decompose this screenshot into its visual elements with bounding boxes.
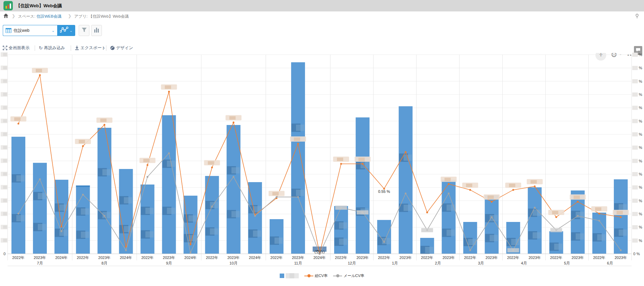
line-total-cv-point[interactable] — [426, 212, 428, 213]
toolbar: 住設web ⌄ ⌄ + ⚙ ⌄ ••• — [0, 21, 644, 41]
bar-series[interactable] — [11, 62, 628, 254]
line-mail-cv-point[interactable] — [491, 216, 493, 218]
bar[interactable] — [140, 185, 154, 254]
legend-item-mail-cv[interactable]: メールCV率 — [333, 273, 364, 278]
chart-view-button[interactable]: ⌄ — [57, 25, 75, 36]
line-total-cv-point[interactable] — [340, 163, 342, 165]
legend-item-total-cv[interactable]: 総CV率 — [304, 273, 328, 278]
line-mail-cv-point[interactable] — [598, 220, 600, 222]
line-mail-cv-point[interactable] — [577, 215, 578, 217]
line-mail-cv-point[interactable] — [211, 206, 213, 207]
line-total-cv-point[interactable] — [469, 189, 471, 191]
redacted-bar-label — [124, 197, 132, 203]
line-mail-cv-point[interactable] — [254, 215, 256, 217]
design-button[interactable]: デザイン — [110, 45, 133, 51]
legend-item-bar-series[interactable] — [280, 273, 299, 278]
line-total-cv-point[interactable] — [39, 74, 41, 76]
line-total-cv-point[interactable] — [104, 124, 105, 126]
redacted-left-tick — [3, 199, 7, 202]
bar[interactable] — [119, 169, 133, 254]
bar[interactable] — [11, 137, 25, 254]
view-selector-dropdown[interactable]: 住設web ⌄ — [3, 25, 57, 36]
svg-text:%: % — [639, 66, 642, 70]
x-year-label: 2022年 — [421, 256, 433, 260]
line-mail-cv-point[interactable] — [104, 215, 105, 217]
line-mail-cv-point[interactable] — [125, 249, 127, 251]
bar[interactable] — [291, 62, 305, 254]
graph-line-icon — [60, 27, 68, 34]
bar[interactable] — [399, 106, 412, 254]
export-icon — [75, 46, 79, 50]
aggregate-button[interactable] — [91, 25, 102, 36]
filter-button[interactable] — [79, 25, 89, 36]
bar[interactable] — [205, 176, 219, 254]
line-mail-cv-point[interactable] — [448, 193, 450, 194]
line-mail-cv-point[interactable] — [82, 194, 84, 196]
line-mail-cv-point[interactable] — [39, 178, 41, 180]
bar[interactable] — [76, 186, 90, 254]
line-total-cv-point[interactable] — [577, 201, 578, 203]
bar[interactable] — [571, 190, 585, 254]
bar[interactable] — [334, 206, 348, 254]
bar[interactable] — [33, 163, 47, 254]
line-mail-cv-point[interactable] — [276, 196, 277, 198]
line-total-cv-point[interactable] — [512, 189, 514, 191]
breadcrumb-space-link[interactable]: 住設WEB会議 — [36, 14, 61, 18]
line-total-cv-point[interactable] — [534, 186, 536, 187]
redacted-right-tick — [632, 239, 638, 243]
svg-text:%: % — [639, 212, 642, 216]
redacted-bar-label — [102, 169, 111, 175]
svg-text:%: % — [639, 53, 642, 57]
line-mail-cv-point[interactable] — [233, 176, 234, 178]
line-mail-cv-point[interactable] — [168, 152, 170, 154]
line-mail-cv-point[interactable] — [147, 176, 148, 178]
export-button[interactable]: エクスポート — [75, 45, 106, 51]
breadcrumb-separator: ❯ — [68, 14, 71, 18]
line-mail-cv-point[interactable] — [534, 207, 536, 208]
home-icon[interactable] — [3, 14, 8, 19]
line-total-cv-point[interactable] — [211, 167, 213, 168]
line-mail-cv-point[interactable] — [17, 213, 19, 214]
line-mail-cv-point[interactable] — [297, 196, 299, 198]
line-total-cv-point[interactable] — [448, 183, 450, 185]
line-total-cv-point[interactable] — [405, 151, 407, 153]
line-total-cv-point[interactable] — [598, 213, 600, 214]
line-total-cv-point[interactable] — [491, 201, 493, 203]
bar[interactable] — [442, 180, 455, 254]
line-mail-cv-point[interactable] — [61, 231, 62, 232]
redacted-left-tick — [3, 212, 7, 215]
bar[interactable] — [162, 115, 176, 254]
line-total-cv-point[interactable] — [233, 122, 234, 123]
redacted-right-tick — [632, 185, 638, 189]
line-total-cv-point[interactable] — [297, 143, 299, 145]
line-mail-cv-point[interactable] — [620, 249, 621, 251]
bar[interactable] — [97, 128, 111, 254]
line-total-cv-point[interactable] — [61, 226, 62, 227]
bar[interactable] — [528, 187, 542, 254]
line-total-cv-point[interactable] — [82, 145, 84, 147]
x-month-label: 3月 — [478, 261, 484, 265]
bar[interactable] — [356, 117, 369, 254]
line-total-cv-point[interactable] — [555, 216, 557, 218]
redacted-left-tick — [3, 66, 7, 69]
line-mail-cv-point[interactable] — [383, 241, 385, 243]
redacted-left-tick — [3, 186, 7, 189]
pin-icon[interactable] — [635, 14, 639, 19]
line-mail-cv-point[interactable] — [469, 249, 471, 251]
line-total-cv-point[interactable] — [168, 91, 170, 92]
redacted-bar-label — [339, 222, 347, 229]
line-total-cv-point[interactable] — [17, 123, 19, 124]
line-total-cv-point[interactable] — [190, 243, 191, 245]
line-total-cv-point[interactable] — [362, 163, 364, 165]
line-total-cv-point[interactable] — [147, 164, 148, 166]
reload-button[interactable]: ↻ 再読み込み — [39, 45, 65, 51]
redacted-right-tick — [632, 212, 638, 216]
line-mail-cv-point[interactable] — [405, 193, 407, 194]
fullscreen-button[interactable]: 全画面表示 — [3, 45, 29, 51]
line-mail-cv-point[interactable] — [190, 252, 191, 253]
x-year-label: 2023年 — [400, 256, 412, 260]
line-total-cv-point[interactable] — [620, 216, 621, 218]
chart-canvas[interactable]: %%%%%%%%%%%%%%%00 %2022年2023年2024年7月2022… — [0, 51, 644, 272]
x-month-label: 12月 — [348, 261, 356, 265]
chart-area[interactable]: %%%%%%%%%%%%%%%00 %2022年2023年2024年7月2022… — [0, 51, 644, 272]
